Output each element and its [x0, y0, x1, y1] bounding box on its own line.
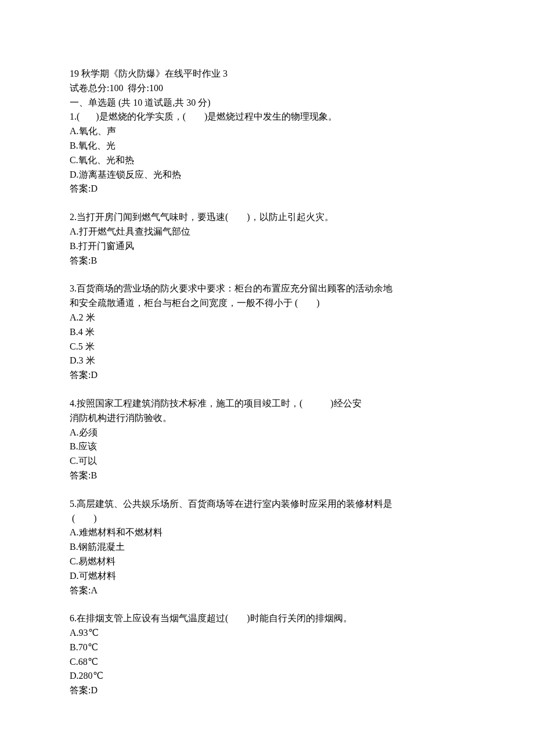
- question-stem: 1.( )是燃烧的化学实质，( )是燃烧过程中发生的物理现象。: [70, 110, 464, 124]
- question-option: A.氧化、声: [70, 124, 464, 139]
- question-answer: 答案:D: [70, 182, 464, 196]
- question-block: 3.百货商场的营业场的防火要求中要求：柜台的布置应充分留出顾客的活动余地和安全疏…: [70, 282, 464, 383]
- question-option: B.70℃: [70, 640, 464, 655]
- question-block: 5.高层建筑、公共娱乐场所、百货商场等在进行室内装修时应采用的装修材料是 ( )…: [70, 497, 464, 598]
- question-option: C.易燃材料: [70, 555, 464, 569]
- question-answer: 答案:D: [70, 683, 464, 698]
- question-answer: 答案:D: [70, 368, 464, 383]
- question-stem: 3.百货商场的营业场的防火要求中要求：柜台的布置应充分留出顾客的活动余地: [70, 282, 464, 296]
- question-option: D.可燃材料: [70, 569, 464, 584]
- question-answer: 答案:A: [70, 584, 464, 598]
- exam-header: 19 秋学期《防火防爆》在线平时作业 3 试卷总分:100 得分:100 一、单…: [70, 67, 464, 110]
- question-block: 4.按照国家工程建筑消防技术标准，施工的项目竣工时，( )经公安消防机构进行消防…: [70, 397, 464, 483]
- exam-title: 19 秋学期《防火防爆》在线平时作业 3: [70, 67, 464, 81]
- question-option: B.氧化、光: [70, 139, 464, 153]
- question-option: D.280℃: [70, 669, 464, 683]
- question-option: D.游离基连锁反应、光和热: [70, 168, 464, 182]
- question-option: A.打开燃气灶具查找漏气部位: [70, 225, 464, 239]
- question-stem: ( ): [70, 512, 464, 526]
- question-option: B.4 米: [70, 325, 464, 340]
- question-answer: 答案:B: [70, 469, 464, 483]
- question-stem: 5.高层建筑、公共娱乐场所、百货商场等在进行室内装修时应采用的装修材料是: [70, 497, 464, 512]
- question-answer: 答案:B: [70, 254, 464, 268]
- question-option: C.5 米: [70, 340, 464, 354]
- question-stem: 6.在排烟支管上应设有当烟气温度超过( )时能自行关闭的排烟阀。: [70, 611, 464, 626]
- question-option: D.3 米: [70, 354, 464, 368]
- question-block: 6.在排烟支管上应设有当烟气温度超过( )时能自行关闭的排烟阀。A.93℃B.7…: [70, 611, 464, 698]
- questions-container: 1.( )是燃烧的化学实质，( )是燃烧过程中发生的物理现象。A.氧化、声B.氧…: [70, 110, 464, 698]
- question-stem: 2.当打开房门闻到燃气气味时，要迅速( )，以防止引起火灾。: [70, 210, 464, 225]
- question-option: A.必须: [70, 426, 464, 440]
- question-stem: 消防机构进行消防验收。: [70, 411, 464, 426]
- question-option: C.可以: [70, 454, 464, 469]
- question-option: A.93℃: [70, 626, 464, 640]
- question-option: A.2 米: [70, 311, 464, 325]
- question-stem: 4.按照国家工程建筑消防技术标准，施工的项目竣工时，( )经公安: [70, 397, 464, 411]
- question-option: B.应该: [70, 440, 464, 454]
- question-option: B.打开门窗通风: [70, 239, 464, 254]
- question-option: C.68℃: [70, 655, 464, 669]
- question-option: A.难燃材料和不燃材料: [70, 525, 464, 540]
- question-option: B.钢筋混凝土: [70, 540, 464, 555]
- question-option: C.氧化、光和热: [70, 153, 464, 168]
- question-block: 1.( )是燃烧的化学实质，( )是燃烧过程中发生的物理现象。A.氧化、声B.氧…: [70, 110, 464, 196]
- section-title: 一、单选题 (共 10 道试题,共 30 分): [70, 96, 464, 110]
- exam-score-line: 试卷总分:100 得分:100: [70, 81, 464, 96]
- question-block: 2.当打开房门闻到燃气气味时，要迅速( )，以防止引起火灾。A.打开燃气灶具查找…: [70, 210, 464, 268]
- question-stem: 和安全疏散通道，柜台与柜台之间宽度，一般不得小于 ( ): [70, 296, 464, 311]
